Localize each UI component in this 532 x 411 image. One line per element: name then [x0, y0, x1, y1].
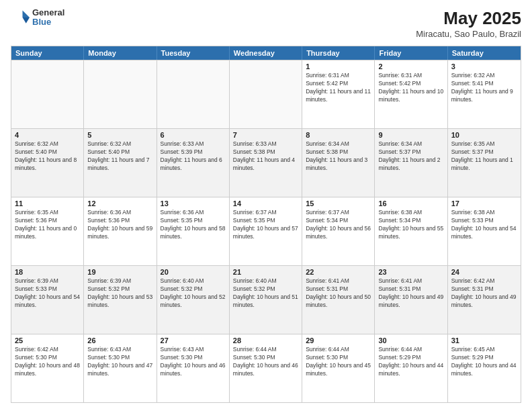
- cell-info: Sunrise: 6:40 AMSunset: 5:32 PMDaylight:…: [233, 277, 298, 310]
- day-number: 2: [378, 62, 443, 71]
- calendar-row-5: 25Sunrise: 6:42 AMSunset: 5:30 PMDayligh…: [11, 334, 521, 402]
- day-number: 27: [161, 336, 226, 345]
- cell-info: Sunrise: 6:43 AMSunset: 5:30 PMDaylight:…: [161, 346, 226, 378]
- logo-text: General Blue: [32, 8, 64, 28]
- calendar-body: 1Sunrise: 6:31 AMSunset: 5:42 PMDaylight…: [11, 60, 521, 402]
- cell-info: Sunrise: 6:38 AMSunset: 5:33 PMDaylight:…: [451, 209, 517, 241]
- calendar-cell: 3Sunrise: 6:32 AMSunset: 5:41 PMDaylight…: [448, 60, 521, 128]
- cell-info: Sunrise: 6:34 AMSunset: 5:37 PMDaylight:…: [378, 140, 443, 173]
- svg-marker-0: [23, 11, 30, 18]
- calendar-cell: 27Sunrise: 6:43 AMSunset: 5:30 PMDayligh…: [157, 334, 230, 402]
- calendar-row-2: 4Sunrise: 6:32 AMSunset: 5:40 PMDaylight…: [11, 128, 521, 197]
- calendar: Sunday Monday Tuesday Wednesday Thursday…: [11, 46, 521, 403]
- cell-info: Sunrise: 6:36 AMSunset: 5:36 PMDaylight:…: [87, 209, 152, 241]
- location: Miracatu, Sao Paulo, Brazil: [416, 29, 521, 39]
- day-number: 10: [451, 131, 517, 139]
- cell-info: Sunrise: 6:38 AMSunset: 5:34 PMDaylight:…: [378, 209, 443, 241]
- header: General Blue May 2025 Miracatu, Sao Paul…: [11, 8, 521, 39]
- cell-info: Sunrise: 6:31 AMSunset: 5:42 PMDaylight:…: [306, 72, 371, 104]
- day-number: 13: [161, 199, 226, 208]
- day-number: 17: [451, 199, 517, 208]
- calendar-cell: 11Sunrise: 6:35 AMSunset: 5:36 PMDayligh…: [11, 197, 84, 265]
- calendar-cell: 25Sunrise: 6:42 AMSunset: 5:30 PMDayligh…: [11, 334, 84, 402]
- calendar-cell: 12Sunrise: 6:36 AMSunset: 5:36 PMDayligh…: [84, 197, 157, 265]
- day-number: 6: [161, 131, 226, 139]
- day-number: 19: [87, 268, 152, 276]
- calendar-cell: [84, 60, 157, 128]
- day-number: 9: [378, 131, 443, 139]
- day-number: 31: [451, 336, 517, 345]
- cell-info: Sunrise: 6:32 AMSunset: 5:40 PMDaylight:…: [87, 140, 152, 173]
- calendar-row-1: 1Sunrise: 6:31 AMSunset: 5:42 PMDaylight…: [11, 60, 521, 128]
- logo: General Blue: [11, 8, 64, 28]
- cell-info: Sunrise: 6:36 AMSunset: 5:35 PMDaylight:…: [161, 209, 226, 241]
- day-number: 8: [306, 131, 371, 139]
- calendar-cell: 7Sunrise: 6:33 AMSunset: 5:38 PMDaylight…: [230, 129, 302, 197]
- logo-general: General: [32, 8, 64, 17]
- logo-blue: Blue: [32, 17, 64, 27]
- calendar-cell: 10Sunrise: 6:35 AMSunset: 5:37 PMDayligh…: [448, 129, 521, 197]
- cell-info: Sunrise: 6:35 AMSunset: 5:36 PMDaylight:…: [15, 209, 80, 241]
- svg-marker-1: [23, 17, 30, 24]
- day-number: 11: [15, 199, 80, 208]
- day-number: 4: [15, 131, 80, 139]
- cell-info: Sunrise: 6:45 AMSunset: 5:29 PMDaylight:…: [451, 346, 517, 378]
- cell-info: Sunrise: 6:31 AMSunset: 5:42 PMDaylight:…: [378, 72, 443, 104]
- logo-icon: [11, 8, 30, 27]
- header-sunday: Sunday: [11, 46, 84, 60]
- cell-info: Sunrise: 6:40 AMSunset: 5:32 PMDaylight:…: [161, 277, 226, 310]
- cell-info: Sunrise: 6:33 AMSunset: 5:39 PMDaylight:…: [161, 140, 226, 173]
- header-monday: Monday: [84, 46, 157, 60]
- page: General Blue May 2025 Miracatu, Sao Paul…: [0, 0, 532, 411]
- day-number: 18: [15, 268, 80, 276]
- calendar-cell: 31Sunrise: 6:45 AMSunset: 5:29 PMDayligh…: [448, 334, 521, 402]
- header-thursday: Thursday: [302, 46, 375, 60]
- day-number: 15: [306, 199, 371, 208]
- day-number: 30: [378, 336, 443, 345]
- cell-info: Sunrise: 6:37 AMSunset: 5:35 PMDaylight:…: [233, 209, 298, 241]
- calendar-cell: 9Sunrise: 6:34 AMSunset: 5:37 PMDaylight…: [375, 129, 447, 197]
- cell-info: Sunrise: 6:34 AMSunset: 5:38 PMDaylight:…: [306, 140, 371, 173]
- day-number: 22: [306, 268, 371, 276]
- day-number: 5: [87, 131, 152, 139]
- calendar-cell: 4Sunrise: 6:32 AMSunset: 5:40 PMDaylight…: [11, 129, 84, 197]
- day-number: 28: [233, 336, 298, 345]
- cell-info: Sunrise: 6:44 AMSunset: 5:29 PMDaylight:…: [378, 346, 443, 378]
- header-friday: Friday: [375, 46, 447, 60]
- cell-info: Sunrise: 6:39 AMSunset: 5:33 PMDaylight:…: [15, 277, 80, 310]
- day-number: 25: [15, 336, 80, 345]
- cell-info: Sunrise: 6:41 AMSunset: 5:31 PMDaylight:…: [378, 277, 443, 310]
- calendar-header: Sunday Monday Tuesday Wednesday Thursday…: [11, 46, 521, 60]
- calendar-cell: 15Sunrise: 6:37 AMSunset: 5:34 PMDayligh…: [302, 197, 375, 265]
- cell-info: Sunrise: 6:43 AMSunset: 5:30 PMDaylight:…: [87, 346, 152, 378]
- day-number: 20: [161, 268, 226, 276]
- calendar-cell: 2Sunrise: 6:31 AMSunset: 5:42 PMDaylight…: [375, 60, 447, 128]
- calendar-cell: 24Sunrise: 6:42 AMSunset: 5:31 PMDayligh…: [448, 266, 521, 334]
- calendar-row-4: 18Sunrise: 6:39 AMSunset: 5:33 PMDayligh…: [11, 265, 521, 334]
- calendar-cell: 1Sunrise: 6:31 AMSunset: 5:42 PMDaylight…: [302, 60, 375, 128]
- calendar-cell: 21Sunrise: 6:40 AMSunset: 5:32 PMDayligh…: [230, 266, 302, 334]
- calendar-cell: 22Sunrise: 6:41 AMSunset: 5:31 PMDayligh…: [302, 266, 375, 334]
- calendar-row-3: 11Sunrise: 6:35 AMSunset: 5:36 PMDayligh…: [11, 197, 521, 265]
- calendar-cell: [157, 60, 230, 128]
- day-number: 7: [233, 131, 298, 139]
- calendar-cell: 23Sunrise: 6:41 AMSunset: 5:31 PMDayligh…: [375, 266, 447, 334]
- calendar-cell: 26Sunrise: 6:43 AMSunset: 5:30 PMDayligh…: [84, 334, 157, 402]
- day-number: 12: [87, 199, 152, 208]
- day-number: 16: [378, 199, 443, 208]
- day-number: 14: [233, 199, 298, 208]
- day-number: 29: [306, 336, 371, 345]
- header-saturday: Saturday: [448, 46, 521, 60]
- cell-info: Sunrise: 6:44 AMSunset: 5:30 PMDaylight:…: [233, 346, 298, 378]
- day-number: 26: [87, 336, 152, 345]
- cell-info: Sunrise: 6:33 AMSunset: 5:38 PMDaylight:…: [233, 140, 298, 173]
- calendar-cell: 17Sunrise: 6:38 AMSunset: 5:33 PMDayligh…: [448, 197, 521, 265]
- header-wednesday: Wednesday: [230, 46, 302, 60]
- cell-info: Sunrise: 6:41 AMSunset: 5:31 PMDaylight:…: [306, 277, 371, 310]
- day-number: 23: [378, 268, 443, 276]
- cell-info: Sunrise: 6:32 AMSunset: 5:41 PMDaylight:…: [451, 72, 517, 104]
- calendar-cell: [230, 60, 302, 128]
- cell-info: Sunrise: 6:37 AMSunset: 5:34 PMDaylight:…: [306, 209, 371, 241]
- cell-info: Sunrise: 6:44 AMSunset: 5:30 PMDaylight:…: [306, 346, 371, 378]
- calendar-cell: 8Sunrise: 6:34 AMSunset: 5:38 PMDaylight…: [302, 129, 375, 197]
